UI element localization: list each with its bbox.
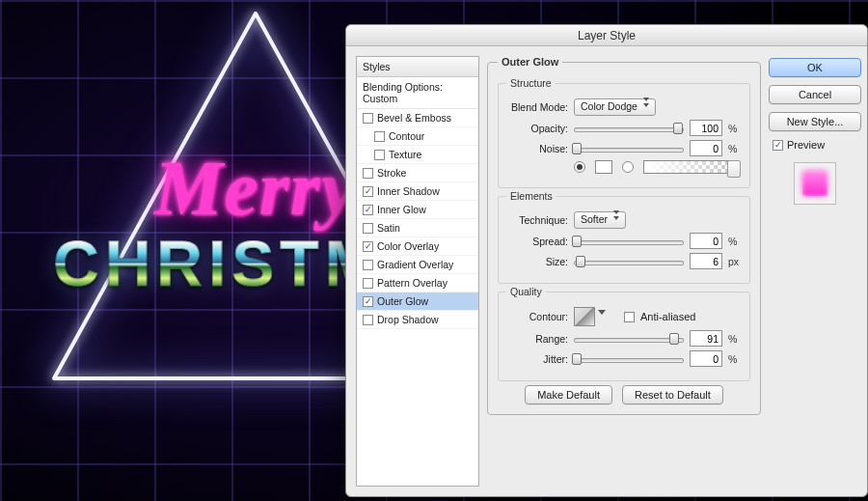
opacity-unit: % [728, 123, 742, 134]
style-label: Bevel & Emboss [377, 112, 451, 124]
artwork-text-merry: Merry [154, 145, 356, 233]
quality-legend: Quality [506, 286, 546, 297]
styles-list: Styles Blending Options: Custom Bevel & … [356, 56, 479, 487]
technique-label: Technique: [506, 214, 568, 226]
style-label: Stroke [377, 167, 406, 179]
opacity-input[interactable] [690, 120, 722, 136]
size-slider[interactable] [574, 255, 684, 268]
spread-slider[interactable] [574, 235, 684, 248]
size-input[interactable] [690, 253, 722, 269]
blending-options-row[interactable]: Blending Options: Custom [357, 77, 478, 109]
style-row-inner-shadow[interactable]: ✓Inner Shadow [357, 182, 478, 201]
spread-unit: % [728, 236, 742, 247]
style-label: Gradient Overlay [377, 259, 453, 270]
range-label: Range: [506, 333, 568, 345]
elements-legend: Elements [506, 190, 556, 202]
jitter-input[interactable] [690, 350, 722, 367]
dialog-title: Layer Style [346, 25, 867, 46]
style-label: Inner Glow [377, 204, 426, 215]
style-label: Color Overlay [377, 240, 439, 252]
contour-picker[interactable] [574, 307, 595, 326]
style-checkbox[interactable] [363, 113, 373, 124]
noise-input[interactable] [690, 140, 722, 156]
style-label: Contour [389, 130, 424, 142]
style-checkbox[interactable]: ✓ [363, 186, 373, 197]
style-row-color-overlay[interactable]: ✓Color Overlay [357, 237, 478, 256]
noise-label: Noise: [506, 143, 568, 154]
glow-gradient-picker[interactable] [643, 160, 728, 174]
jitter-slider[interactable] [574, 352, 684, 366]
style-label: Satin [377, 222, 400, 234]
style-row-contour[interactable]: Contour [357, 127, 478, 146]
ok-button[interactable]: OK [769, 58, 861, 77]
range-input[interactable] [690, 330, 722, 347]
antialias-label: Anti-aliased [640, 311, 695, 322]
style-checkbox[interactable]: ✓ [363, 205, 373, 215]
style-row-stroke[interactable]: Stroke [357, 164, 478, 182]
preview-swatch-icon [802, 171, 827, 196]
style-label: Outer Glow [377, 295, 428, 307]
jitter-unit: % [728, 353, 742, 365]
size-label: Size: [506, 256, 568, 267]
contour-label: Contour: [506, 311, 568, 322]
style-checkbox[interactable] [363, 168, 373, 179]
noise-unit: % [728, 143, 742, 154]
preview-thumbnail [794, 162, 836, 205]
glow-gradient-radio[interactable] [622, 161, 634, 173]
glow-color-radio[interactable] [574, 161, 585, 173]
style-label: Pattern Overlay [377, 277, 448, 289]
blend-mode-label: Blend Mode: [506, 101, 568, 113]
elements-group: Elements Technique: Softer Spread: % Siz… [498, 190, 750, 284]
style-label: Texture [389, 149, 421, 160]
preview-checkbox[interactable] [773, 140, 783, 151]
opacity-slider[interactable] [574, 122, 684, 135]
structure-legend: Structure [506, 77, 556, 89]
preview-label: Preview [787, 139, 825, 151]
styles-items: Bevel & EmbossContourTextureStroke✓Inner… [357, 109, 478, 329]
style-row-texture[interactable]: Texture [357, 146, 478, 164]
style-row-inner-glow[interactable]: ✓Inner Glow [357, 201, 478, 219]
settings-panel: Outer Glow Structure Blend Mode: Color D… [487, 56, 761, 487]
style-checkbox[interactable] [363, 223, 373, 234]
antialias-checkbox[interactable] [624, 312, 635, 322]
style-row-pattern-overlay[interactable]: Pattern Overlay [357, 274, 478, 292]
technique-select[interactable]: Softer [574, 211, 626, 229]
new-style-button[interactable]: New Style... [769, 112, 861, 131]
style-label: Drop Shadow [377, 314, 439, 325]
style-checkbox[interactable]: ✓ [363, 296, 373, 307]
style-row-bevel-emboss[interactable]: Bevel & Emboss [357, 109, 478, 127]
dialog-right-column: OK Cancel New Style... Preview [769, 56, 861, 487]
styles-header[interactable]: Styles [357, 57, 478, 77]
noise-slider[interactable] [574, 142, 684, 155]
blend-mode-select[interactable]: Color Dodge [574, 98, 656, 116]
spread-input[interactable] [690, 233, 722, 249]
opacity-label: Opacity: [506, 123, 568, 134]
layer-style-dialog: Layer Style Styles Blending Options: Cus… [345, 24, 868, 497]
range-unit: % [728, 333, 742, 345]
style-checkbox[interactable] [374, 150, 385, 160]
jitter-label: Jitter: [506, 353, 568, 365]
style-row-satin[interactable]: Satin [357, 219, 478, 237]
reset-default-button[interactable]: Reset to Default [622, 385, 723, 404]
structure-group: Structure Blend Mode: Color Dodge Opacit… [498, 77, 750, 188]
size-unit: px [728, 256, 742, 267]
outer-glow-group: Outer Glow Structure Blend Mode: Color D… [487, 56, 761, 415]
style-row-outer-glow[interactable]: ✓Outer Glow [357, 292, 478, 311]
style-checkbox[interactable] [363, 315, 373, 325]
style-checkbox[interactable] [363, 278, 373, 289]
group-legend: Outer Glow [498, 56, 562, 68]
glow-color-swatch[interactable] [595, 160, 612, 174]
cancel-button[interactable]: Cancel [769, 85, 861, 104]
style-row-gradient-overlay[interactable]: Gradient Overlay [357, 256, 478, 274]
range-slider[interactable] [574, 332, 684, 346]
style-row-drop-shadow[interactable]: Drop Shadow [357, 311, 478, 329]
style-checkbox[interactable] [374, 131, 385, 142]
style-label: Inner Shadow [377, 185, 440, 197]
style-checkbox[interactable] [363, 260, 373, 270]
spread-label: Spread: [506, 236, 568, 247]
make-default-button[interactable]: Make Default [525, 385, 612, 404]
quality-group: Quality Contour: Anti-aliased Range: % [498, 286, 750, 381]
style-checkbox[interactable]: ✓ [363, 241, 373, 252]
